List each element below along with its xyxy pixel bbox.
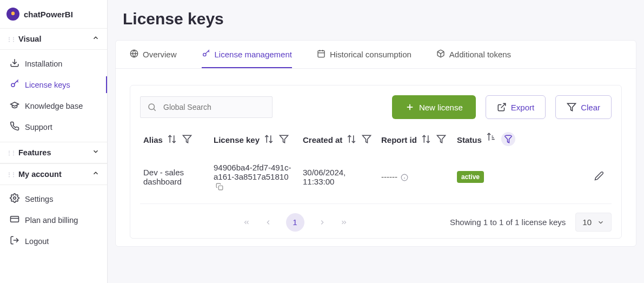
- info-icon[interactable]: [397, 172, 408, 181]
- sidebar-item-settings[interactable]: Settings: [0, 188, 107, 209]
- col-report-id: Report id: [378, 127, 454, 155]
- col-created-at: Created at: [300, 127, 378, 155]
- cell-license-key: 94906ba4-2fd7-491c-a161-3a8517a51810: [210, 155, 300, 201]
- page-size-select[interactable]: 10: [575, 213, 612, 232]
- phone-icon: [10, 121, 19, 133]
- search-icon: [147, 102, 157, 112]
- license-table: AliasLicense keyCreated atReport idStatu…: [140, 127, 612, 201]
- clear-button[interactable]: Clear: [555, 95, 612, 119]
- filter-icon[interactable]: [436, 134, 446, 146]
- col-alias: Alias: [140, 127, 210, 155]
- cell-alias: Dev - sales dashboard: [140, 155, 210, 201]
- sidebar-item-label: Logout: [25, 237, 49, 246]
- col-license-key: License key: [210, 127, 300, 155]
- tab-label: License management: [215, 50, 292, 59]
- table-row: Dev - sales dashboard94906ba4-2fd7-491c-…: [140, 155, 612, 201]
- export-button[interactable]: Export: [486, 95, 546, 119]
- search-input[interactable]: [163, 103, 265, 111]
- filter-icon[interactable]: [182, 134, 192, 146]
- tabs-card: OverviewLicense managementHistorical con…: [115, 40, 636, 247]
- app-logo: [6, 8, 19, 21]
- section-my-account[interactable]: ⋮⋮My account: [0, 163, 107, 185]
- sidebar-item-label: Installation: [25, 60, 62, 68]
- tab-historical-consumption[interactable]: Historical consumption: [317, 41, 411, 68]
- svg-marker-31: [504, 135, 512, 143]
- pager-nav: 1: [243, 213, 348, 232]
- calendar-icon: [317, 49, 326, 60]
- tab-overview[interactable]: Overview: [130, 41, 177, 68]
- page-size-value: 10: [582, 218, 592, 227]
- svg-line-12: [208, 51, 209, 52]
- last-page-icon[interactable]: [340, 219, 348, 226]
- sidebar-item-label: Knowledge base: [25, 102, 83, 110]
- download-icon: [10, 58, 19, 69]
- chevron-down-icon: [597, 219, 605, 226]
- cell-created-at: 30/06/2024, 11:33:00: [300, 155, 378, 201]
- filter-icon[interactable]: [279, 134, 289, 146]
- global-search[interactable]: [140, 96, 273, 118]
- sort-icon[interactable]: [264, 134, 274, 146]
- brand-name: chatPowerBI: [24, 10, 73, 19]
- filter-icon[interactable]: [362, 134, 371, 146]
- page-title: License keys: [108, 0, 644, 40]
- svg-point-1: [11, 83, 15, 87]
- svg-line-19: [154, 109, 155, 110]
- sidebar-item-label: Plan and billing: [25, 216, 78, 225]
- pager-right: Showing 1 to 1 of 1 license keys 10: [450, 213, 612, 232]
- plus-icon: [405, 102, 415, 112]
- tab-label: Overview: [143, 50, 177, 59]
- sort-icon[interactable]: [347, 134, 356, 146]
- sidebar-item-plan-billing[interactable]: Plan and billing: [0, 209, 107, 231]
- sidebar-item-logout[interactable]: Logout: [0, 231, 107, 252]
- svg-marker-23: [568, 103, 576, 111]
- col-label: Status: [457, 135, 482, 144]
- section-visual[interactable]: ⋮⋮Visual: [0, 28, 107, 50]
- new-license-button[interactable]: New license: [392, 95, 476, 119]
- key-icon: [202, 49, 210, 60]
- tabs: OverviewLicense managementHistorical con…: [116, 41, 636, 69]
- section-features[interactable]: ⋮⋮Features: [0, 142, 107, 163]
- pager-info: Showing 1 to 1 of 1 license keys: [450, 218, 566, 227]
- sidebar-item-label: License keys: [25, 81, 70, 89]
- sort-icon[interactable]: [421, 134, 431, 146]
- globe-icon: [130, 49, 138, 60]
- export-icon: [497, 102, 507, 112]
- col-label: License key: [214, 135, 260, 144]
- col-label: Alias: [143, 135, 163, 144]
- svg-rect-13: [318, 51, 324, 57]
- prev-page-icon[interactable]: [264, 219, 272, 226]
- sidebar: chatPowerBI ⋮⋮VisualInstallationLicense …: [0, 0, 108, 283]
- filter-icon[interactable]: [501, 132, 515, 148]
- svg-point-18: [149, 104, 155, 110]
- sidebar-item-label: Settings: [25, 195, 53, 203]
- copy-icon[interactable]: [214, 181, 223, 190]
- current-page[interactable]: 1: [286, 213, 304, 232]
- grad-icon: [10, 100, 19, 111]
- sidebar-item-installation[interactable]: Installation: [0, 53, 107, 74]
- card-icon: [10, 214, 19, 226]
- sidebar-item-license-keys[interactable]: License keys: [0, 74, 107, 95]
- sort-icon[interactable]: [486, 132, 496, 148]
- gear-icon: [10, 193, 19, 205]
- key-icon: [10, 79, 19, 90]
- export-label: Export: [511, 103, 534, 112]
- tab-license-management[interactable]: License management: [202, 41, 292, 68]
- sidebar-item-knowledge-base[interactable]: Knowledge base: [0, 95, 107, 116]
- sidebar-item-label: Support: [25, 123, 52, 131]
- tab-additional-tokens[interactable]: Additional tokens: [436, 41, 511, 68]
- pager: 1 Showing 1 to 1 of 1 license keys 10: [140, 203, 612, 232]
- cube-icon: [436, 49, 445, 60]
- svg-marker-26: [363, 135, 371, 143]
- cell-status: active: [454, 155, 519, 201]
- first-page-icon[interactable]: [243, 219, 250, 226]
- col-status: Status: [454, 127, 519, 155]
- tab-label: Additional tokens: [449, 50, 511, 59]
- tab-panel: New license Export Clear AliasLicense ke…: [116, 69, 636, 246]
- license-table-card: New license Export Clear AliasLicense ke…: [130, 85, 622, 239]
- sort-icon[interactable]: [167, 134, 177, 146]
- sidebar-item-support[interactable]: Support: [0, 116, 107, 137]
- next-page-icon[interactable]: [318, 219, 326, 226]
- col-label: Report id: [381, 135, 417, 144]
- main-content: License keys OverviewLicense managementH…: [108, 0, 644, 283]
- edit-icon[interactable]: [594, 173, 604, 182]
